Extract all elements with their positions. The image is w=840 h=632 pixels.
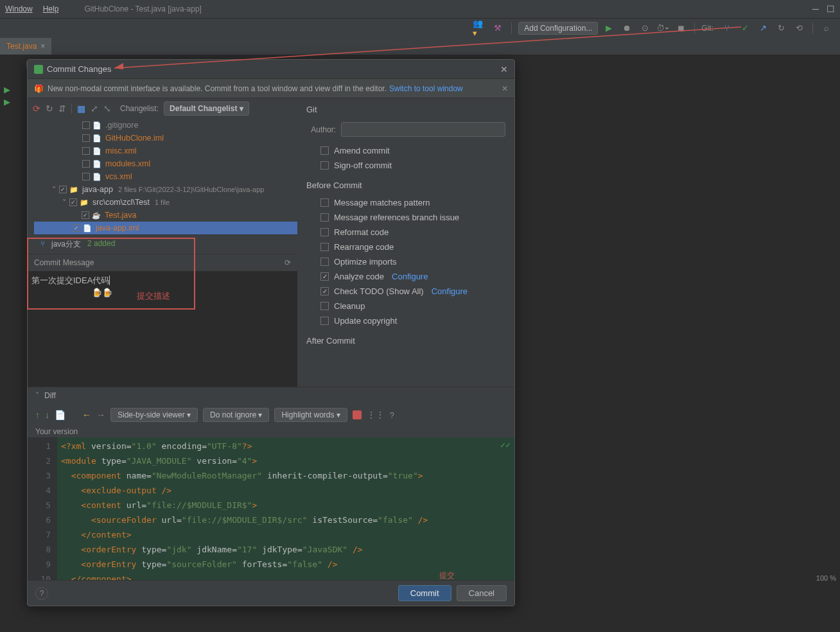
close-dialog-icon[interactable]: ✕ xyxy=(500,64,508,75)
reformat-checkbox[interactable] xyxy=(320,228,329,236)
main-toolbar: 👥▾ ⚒ Add Configuration... ▶ ⏺ ⊙ ⏱▾ ◼ Git… xyxy=(0,18,840,37)
todo-checkbox[interactable] xyxy=(320,287,329,295)
diff-lock-icon[interactable] xyxy=(353,410,362,419)
dialog-titlebar[interactable]: Commit Changes ✕ xyxy=(28,60,514,79)
tree-row-misc-xml[interactable]: 📄misc.xml xyxy=(34,145,297,157)
gutter-run-icon[interactable]: ▶ xyxy=(4,85,10,94)
back-icon[interactable]: ← xyxy=(82,410,91,420)
build-icon[interactable]: ⚒ xyxy=(491,21,505,35)
before-commit-title: Before Commit xyxy=(306,180,505,190)
commit-dialog: Commit Changes ✕ 🎁 New non-modal commit … xyxy=(27,59,515,606)
file-icon[interactable]: 📄 xyxy=(55,410,66,420)
analyze-checkbox[interactable] xyxy=(320,272,329,281)
tab-test-java[interactable]: Test.java × xyxy=(0,38,51,55)
tree-row-vcs-xml[interactable]: 📄vcs.xml xyxy=(34,170,297,183)
changelist-dropdown[interactable]: Default Changelist ▾ xyxy=(164,101,249,116)
tab-label: Test.java xyxy=(6,42,37,51)
copyright-checkbox[interactable] xyxy=(320,317,329,325)
search-icon[interactable]: ⌕ xyxy=(819,21,834,35)
diff-viewer-dropdown[interactable]: Side-by-side viewer ▾ xyxy=(110,408,198,422)
zoom-label: 100 % xyxy=(816,574,836,582)
configure-todo-link[interactable]: Configure xyxy=(432,286,468,296)
window-title: GitHubClone - Test.java [java-app] xyxy=(84,4,202,13)
dialog-icon xyxy=(34,65,43,74)
editor-tabs: Test.java × xyxy=(0,37,840,55)
tree-row-githubclone-iml[interactable]: 📄GitHubClone.iml xyxy=(34,132,297,145)
tree-row-javaapp[interactable]: ˅📁java-app2 files F:\Git(2022-3-12)\GitH… xyxy=(34,183,297,196)
diff-toolbar: ↑ ↓ 📄 ← → Side-by-side viewer ▾ Do not i… xyxy=(28,404,514,426)
todo-label: Check TODO (Show All) xyxy=(334,286,424,296)
signoff-checkbox[interactable] xyxy=(320,161,329,170)
diff-highlight-dropdown[interactable]: Highlight words ▾ xyxy=(274,408,347,422)
amend-checkbox[interactable] xyxy=(320,146,329,155)
menu-help[interactable]: Help xyxy=(43,4,59,13)
forward-icon[interactable]: → xyxy=(96,410,105,420)
tree-row-testjava[interactable]: ☕Test.java xyxy=(34,209,297,222)
diff-collapse-arrow[interactable]: ˅ xyxy=(35,391,39,400)
diff-settings-icon[interactable]: ⋮⋮ xyxy=(367,410,385,420)
window-titlebar: Window Help GitHubClone - Test.java [jav… xyxy=(0,0,840,18)
menu-window[interactable]: Window xyxy=(5,4,33,13)
rearrange-checkbox[interactable] xyxy=(320,243,329,251)
msg-pattern-checkbox[interactable] xyxy=(320,198,329,207)
diff-version-label: Your version xyxy=(28,426,514,437)
debug-icon[interactable]: ⏺ xyxy=(620,21,634,35)
line-numbers: 12345678910 xyxy=(28,437,57,580)
rollback-icon[interactable]: ↻ xyxy=(46,103,53,114)
git-rollback-icon[interactable]: ⟲ xyxy=(792,21,806,35)
diff-code[interactable]: 12345678910 <?xml version="1.0" encoding… xyxy=(28,437,514,580)
run-config-button[interactable]: Add Configuration... xyxy=(518,22,598,35)
after-commit-title: After Commit xyxy=(306,336,505,346)
file-tree[interactable]: 📄.gitignore 📄GitHubClone.iml 📄misc.xml 📄… xyxy=(28,119,297,254)
commit-button[interactable]: Commit xyxy=(398,585,451,601)
git-commit-icon[interactable]: ✓ xyxy=(738,21,752,35)
tree-row-gitignore[interactable]: 📄.gitignore xyxy=(34,119,297,132)
diff-help-icon[interactable]: ? xyxy=(390,410,394,420)
stop-icon[interactable]: ◼ xyxy=(674,21,688,35)
diff-ignore-dropdown[interactable]: Do not ignore ▾ xyxy=(203,408,269,422)
maximize-icon[interactable]: ☐ xyxy=(827,4,835,14)
run-icon[interactable]: ▶ xyxy=(602,21,616,35)
optimize-label: Optimize imports xyxy=(334,257,397,267)
configure-analyze-link[interactable]: Configure xyxy=(392,272,428,281)
expand-icon[interactable]: ⤢ xyxy=(91,103,98,114)
diff-section: ˅ Diff ↑ ↓ 📄 ← → Side-by-side viewer ▾ D… xyxy=(28,387,514,580)
msg-branch-label: Message references branch issue xyxy=(334,213,459,222)
author-input[interactable] xyxy=(341,122,505,137)
reformat-label: Reformat code xyxy=(334,227,389,237)
amend-label: Amend commit xyxy=(334,146,390,155)
collapse-icon[interactable]: ⤡ xyxy=(103,103,111,114)
profile-icon[interactable]: ⏱▾ xyxy=(656,21,670,35)
user-icon[interactable]: 👥▾ xyxy=(473,21,487,35)
minimize-icon[interactable]: ─ xyxy=(812,4,819,14)
msg-branch-checkbox[interactable] xyxy=(320,213,329,222)
group-icon[interactable]: ▦ xyxy=(77,103,85,114)
help-button[interactable]: ? xyxy=(35,587,48,600)
cleanup-label: Cleanup xyxy=(334,301,365,311)
cleanup-checkbox[interactable] xyxy=(320,302,329,310)
coverage-icon[interactable]: ⊙ xyxy=(638,21,652,35)
tree-row-modules-xml[interactable]: 📄modules.xml xyxy=(34,157,297,170)
tree-row-javaappiml[interactable]: 📄java-app.iml xyxy=(34,222,297,234)
close-tab-icon[interactable]: × xyxy=(40,42,45,51)
diff-header[interactable]: ˅ Diff xyxy=(28,387,514,404)
right-panel: Git Author: Amend commit Sign-off commit… xyxy=(297,98,514,387)
tree-row-srcpath[interactable]: ˅📁src\com\zcl\Test1 file xyxy=(34,196,297,209)
git-branches-icon[interactable]: ⑂ xyxy=(720,21,734,35)
close-banner-icon[interactable]: ✕ xyxy=(502,84,508,93)
rearrange-label: Rearrange code xyxy=(334,242,394,252)
commit-history-icon[interactable]: ⟳ xyxy=(284,258,291,267)
git-push-icon[interactable]: ↗ xyxy=(756,21,770,35)
banner-link[interactable]: Switch to tool window xyxy=(389,84,463,93)
changelist-toolbar: ⟳ ↻ ⇵ ▦ ⤢ ⤡ Changelist: Default Changeli… xyxy=(28,98,297,119)
git-history-icon[interactable]: ↻ xyxy=(774,21,788,35)
refresh-icon[interactable]: ⟳ xyxy=(33,103,40,114)
dialog-footer: ? Commit Cancel xyxy=(28,580,514,606)
cancel-button[interactable]: Cancel xyxy=(457,585,507,601)
next-diff-icon[interactable]: ↓ xyxy=(45,410,49,420)
copyright-label: Update copyright xyxy=(334,316,397,326)
optimize-checkbox[interactable] xyxy=(320,258,329,266)
gutter-run-icon[interactable]: ▶ xyxy=(4,97,10,107)
prev-diff-icon[interactable]: ↑ xyxy=(35,410,40,420)
diff-icon[interactable]: ⇵ xyxy=(58,103,66,114)
